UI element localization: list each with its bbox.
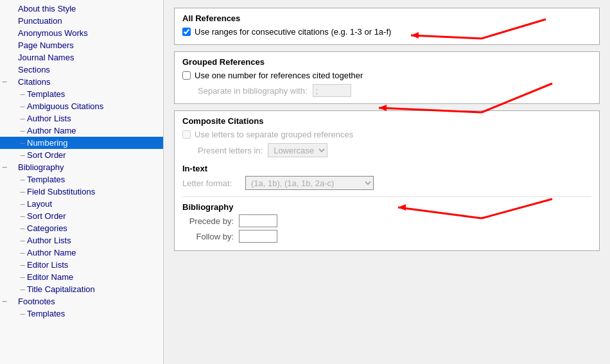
sidebar-label-punctuation: Punctuation: [9, 16, 62, 26]
use-letters-text: Use letters to separate grouped referenc…: [195, 130, 353, 139]
follow-label: Follow by:: [182, 232, 234, 241]
sidebar-item-field-substitutions[interactable]: –Field Substitutions: [0, 186, 163, 198]
present-label: Present letters in:: [198, 146, 263, 155]
sidebar-label-journal-names: Journal Names: [9, 53, 74, 62]
sidebar-item-punctuation[interactable]: Punctuation: [0, 15, 163, 27]
use-ranges-label[interactable]: Use ranges for consecutive citations (e.…: [182, 27, 391, 37]
separate-input[interactable]: [313, 84, 351, 97]
use-one-number-checkbox[interactable]: [182, 71, 191, 80]
sidebar-label-page-numbers: Page Numbers: [9, 40, 74, 50]
grouped-references-title: Grouped References: [182, 57, 591, 67]
sidebar-label-about: About this Style: [9, 4, 76, 13]
use-ranges-checkbox[interactable]: [182, 28, 191, 36]
sidebar-label-ambiguous-citations: Ambiguous Citations: [27, 101, 103, 111]
sidebar-item-author-name[interactable]: –Author Name: [0, 125, 163, 137]
sidebar-item-about[interactable]: About this Style: [0, 3, 163, 15]
follow-input[interactable]: [239, 230, 277, 243]
sidebar-item-editor-lists[interactable]: –Editor Lists: [0, 259, 163, 271]
follow-row: Follow by:: [182, 230, 591, 243]
all-references-row: Use ranges for consecutive citations (e.…: [182, 27, 591, 37]
sidebar-item-categories[interactable]: –Categories: [0, 222, 163, 234]
bibliography-subsection: Bibliography Precede by: Follow by:: [182, 196, 591, 243]
sidebar-item-footnotes[interactable]: ─Footnotes: [0, 295, 163, 308]
sidebar-label-editor-lists: Editor Lists: [27, 260, 68, 270]
sidebar-item-ambiguous-citations[interactable]: –Ambiguous Citations: [0, 100, 163, 112]
separate-label: Separate in bibliography with:: [198, 86, 308, 96]
sidebar-item-editor-name[interactable]: –Editor Name: [0, 271, 163, 283]
main-content: All References Use ranges for consecutiv…: [164, 0, 610, 364]
sidebar-label-anonymous-works: Anonymous Works: [9, 28, 88, 38]
present-letters-select[interactable]: Lowercase Uppercase: [268, 143, 327, 157]
precede-input[interactable]: [239, 214, 277, 227]
use-letters-label[interactable]: Use letters to separate grouped referenc…: [182, 130, 353, 139]
sidebar: About this Style Punctuation Anonymous W…: [0, 0, 164, 364]
sidebar-label-bibliography: Bibliography: [9, 162, 64, 172]
sidebar-item-cit-templates[interactable]: –Templates: [0, 88, 163, 100]
precede-label: Precede by:: [182, 216, 234, 226]
composite-citations-title: Composite Citations: [182, 116, 591, 126]
all-references-title: All References: [182, 13, 591, 23]
sidebar-item-sections[interactable]: Sections: [0, 64, 163, 76]
sidebar-label-field-substitutions: Field Substitutions: [27, 187, 95, 196]
sidebar-label-author-name: Author Name: [27, 126, 76, 135]
sidebar-item-citations[interactable]: ─Citations: [0, 76, 163, 88]
expander-bibliography[interactable]: ─: [0, 164, 9, 171]
sidebar-label-bib-author-name: Author Name: [27, 248, 76, 257]
letter-format-select[interactable]: (1a, 1b), (1a, 1b, 2a-c) (1a, 1b), (1a-1…: [245, 176, 374, 190]
sidebar-label-bib-templates: Templates: [27, 175, 65, 184]
all-references-section: All References Use ranges for consecutiv…: [174, 8, 600, 45]
sidebar-label-author-lists: Author Lists: [27, 114, 71, 123]
composite-citations-row: Use letters to separate grouped referenc…: [182, 130, 591, 139]
grouped-references-section: Grouped References Use one number for re…: [174, 51, 600, 104]
use-one-number-label[interactable]: Use one number for references cited toge…: [182, 71, 363, 80]
sidebar-item-bib-sort-order[interactable]: –Sort Order: [0, 210, 163, 222]
sidebar-item-title-capitalization[interactable]: –Title Capitalization: [0, 283, 163, 295]
sidebar-item-author-lists[interactable]: –Author Lists: [0, 112, 163, 125]
expander-footnotes[interactable]: ─: [0, 298, 9, 305]
in-text-title: In-text: [182, 164, 591, 173]
sidebar-item-fn-templates[interactable]: –Templates: [0, 308, 163, 320]
sidebar-label-cit-templates: Templates: [27, 89, 65, 99]
sidebar-item-numbering[interactable]: –Numbering: [0, 137, 163, 149]
sidebar-item-journal-names[interactable]: Journal Names: [0, 51, 163, 64]
sidebar-item-bibliography[interactable]: ─Bibliography: [0, 161, 163, 173]
grouped-references-row: Use one number for references cited toge…: [182, 71, 591, 80]
sidebar-item-bib-author-lists[interactable]: –Author Lists: [0, 234, 163, 247]
composite-citations-section: Composite Citations Use letters to separ…: [174, 110, 600, 251]
bibliography-title: Bibliography: [182, 202, 591, 212]
sidebar-label-sections: Sections: [9, 65, 50, 74]
letter-format-row: Letter format: (1a, 1b), (1a, 1b, 2a-c) …: [182, 176, 591, 190]
sidebar-label-bib-author-lists: Author Lists: [27, 236, 71, 245]
use-letters-checkbox[interactable]: [182, 130, 191, 139]
sidebar-label-citations: Citations: [9, 77, 51, 87]
expander-citations[interactable]: ─: [0, 78, 9, 85]
sidebar-label-footnotes: Footnotes: [9, 297, 55, 306]
present-letters-row: Present letters in: Lowercase Uppercase: [198, 143, 591, 157]
sidebar-item-anonymous-works[interactable]: Anonymous Works: [0, 27, 163, 39]
sidebar-label-categories: Categories: [27, 223, 67, 233]
sidebar-label-editor-name: Editor Name: [27, 272, 73, 282]
precede-row: Precede by:: [182, 214, 591, 227]
sidebar-item-bib-author-name[interactable]: –Author Name: [0, 247, 163, 259]
sidebar-item-layout[interactable]: –Layout: [0, 198, 163, 210]
sidebar-label-bib-sort-order: Sort Order: [27, 211, 66, 221]
sidebar-label-layout: Layout: [27, 199, 52, 209]
sidebar-label-sort-order: Sort Order: [27, 150, 66, 160]
sidebar-item-page-numbers[interactable]: Page Numbers: [0, 39, 163, 51]
use-ranges-text: Use ranges for consecutive citations (e.…: [195, 27, 391, 37]
separate-row: Separate in bibliography with:: [198, 84, 591, 97]
sidebar-item-sort-order[interactable]: –Sort Order: [0, 149, 163, 161]
sidebar-item-bib-templates[interactable]: –Templates: [0, 173, 163, 186]
use-one-number-text: Use one number for references cited toge…: [195, 71, 363, 80]
letter-format-label: Letter format:: [182, 178, 240, 188]
sidebar-label-numbering: Numbering: [27, 138, 68, 148]
sidebar-label-fn-templates: Templates: [27, 309, 65, 318]
sidebar-label-title-capitalization: Title Capitalization: [27, 284, 95, 294]
in-text-subsection: In-text Letter format: (1a, 1b), (1a, 1b…: [182, 164, 591, 190]
